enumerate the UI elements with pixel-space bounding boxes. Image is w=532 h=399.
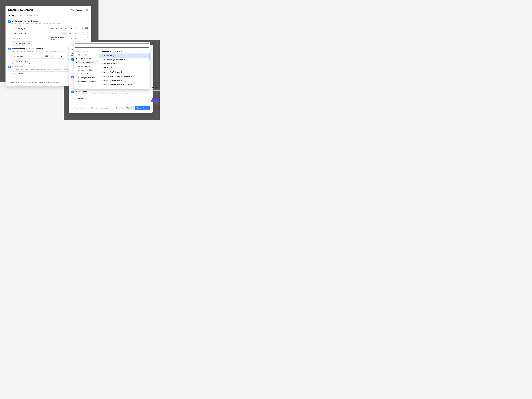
scrollbar-thumb[interactable] xyxy=(149,52,150,60)
matches-count: 279 Matches xyxy=(79,37,88,40)
tab-mutual-funds[interactable]: Mutual Funds xyxy=(26,13,38,18)
flame-icon xyxy=(124,59,125,60)
add-filter-criteria-button[interactable]: Add Filter Criteria xyxy=(12,59,29,63)
star-outline-icon[interactable] xyxy=(101,79,103,81)
chevron-down-icon xyxy=(76,70,77,70)
criteria-category-list: MY SCREEN CRITERIA SYSTEM COLUMNS Saved … xyxy=(74,49,99,89)
person-icon xyxy=(78,77,80,79)
mini-line-sparkline xyxy=(152,102,159,104)
see-all-templates-link[interactable]: ee all tem xyxy=(152,87,159,88)
criteria-item[interactable]: 52-Week Low, Adjusted xyxy=(99,66,150,70)
category-market-data[interactable]: Market Data xyxy=(74,64,99,68)
tab-stocks[interactable]: St xyxy=(71,51,73,56)
list-heading: MY SCREEN CRITERIA xyxy=(74,50,99,53)
close-icon[interactable] xyxy=(86,9,88,11)
select-value: United States and Canada xyxy=(50,28,67,29)
star-icon xyxy=(76,58,77,59)
step-badge: 1 xyxy=(71,58,74,61)
lightbulb-icon xyxy=(8,81,10,83)
chevron-down-icon xyxy=(76,77,77,78)
primary-security-no[interactable]: No xyxy=(67,32,72,35)
step-badge: 1 xyxy=(8,20,11,23)
info-note: Please note that only top 2000 results a… xyxy=(71,107,124,109)
svg-point-4 xyxy=(78,81,79,82)
tab-etfs[interactable]: ETFs xyxy=(18,13,22,18)
svg-point-3 xyxy=(79,77,79,78)
flame-icon xyxy=(124,67,125,69)
criteria-item[interactable]: Below 52-Week High %, Adjusted xyxy=(99,82,150,86)
category-saved-favorites[interactable]: Saved Favorites xyxy=(74,57,99,60)
criteria-search-input[interactable] xyxy=(79,44,147,46)
star-outline-icon[interactable] xyxy=(101,55,103,57)
plus-icon xyxy=(14,60,15,62)
plus-icon xyxy=(14,43,15,44)
criteria-item[interactable]: 52-Week Low xyxy=(99,62,150,66)
step-badge: 3 xyxy=(71,90,74,93)
matches-count: 13,653 Matches xyxy=(79,32,88,35)
criteria-search[interactable] xyxy=(75,43,149,48)
search-icon xyxy=(76,45,78,46)
cancel-button[interactable]: Cancel xyxy=(125,106,134,110)
primary-security-yes[interactable]: Yes xyxy=(61,32,67,35)
criteria-select-trading-region[interactable]: United States and Canada xyxy=(48,26,73,31)
category-asset-specific[interactable]: Asset Specific xyxy=(74,68,99,72)
document-icon xyxy=(78,73,80,75)
criteria-item[interactable]: Above 52-Week Low %, Adjusted xyxy=(99,74,150,78)
criteria-item[interactable]: Below 52-Week High % xyxy=(99,78,150,82)
flame-icon xyxy=(123,80,125,81)
category-popular-selections[interactable]: Popular Selections xyxy=(74,60,99,64)
step-title: Define your universe of securities xyxy=(12,20,88,22)
category-financials[interactable]: Financials xyxy=(74,72,99,76)
divider xyxy=(153,82,160,82)
criteria-select-industry[interactable]: Hotels, Restaurants and Leisure xyxy=(48,36,73,41)
step-badge: 3 xyxy=(8,66,11,68)
tab-stocks[interactable]: Stocks xyxy=(8,13,14,18)
category-analyst-estimates[interactable]: Analyst Estimates xyxy=(74,76,99,80)
category-percentile-ranks[interactable]: Percentile Ranks i xyxy=(74,80,99,83)
criteria-row-primary-security: Primary Security Yes No xyxy=(12,31,78,36)
criteria-item-52-week-high[interactable]: 52-Week High xyxy=(99,53,150,58)
criteria-label: Trading Region xyxy=(13,26,48,31)
result-list-heading: Available Screen Criteria xyxy=(99,49,150,53)
create-screen-button[interactable]: Create Screen xyxy=(135,106,150,110)
barchart-icon xyxy=(78,65,80,67)
flame-icon xyxy=(116,63,117,64)
security-type-tabs: Stocks ETFs Mutual Funds xyxy=(8,13,88,18)
criteria-row-industry: Industry Hotels, Restaurants and Leisure xyxy=(12,36,78,41)
criteria-label: Industry xyxy=(13,36,48,41)
star-outline-icon[interactable] xyxy=(101,59,103,61)
swap-icon xyxy=(78,69,80,71)
remove-criteria-button[interactable] xyxy=(73,38,78,39)
step-badge: 2 xyxy=(8,48,11,50)
star-outline-icon[interactable] xyxy=(101,75,103,77)
remove-criteria-button[interactable] xyxy=(73,28,78,29)
criteria-label: Primary Security xyxy=(13,31,61,36)
flame-icon xyxy=(123,71,125,73)
modal-title: Create New Screen xyxy=(8,8,33,12)
info-icon: i xyxy=(95,81,96,82)
flame-icon xyxy=(116,55,118,56)
list-heading: SYSTEM COLUMNS xyxy=(74,53,99,57)
add-universe-criteria-button[interactable]: Add Universe Criteria xyxy=(12,41,32,45)
mini-bar-chart xyxy=(151,96,159,102)
star-outline-icon[interactable] xyxy=(101,71,103,73)
criteria-picker-popover: MY SCREEN CRITERIA SYSTEM COLUMNS Saved … xyxy=(74,42,150,89)
select-value: Hotels, Restaurants and Leisure xyxy=(50,37,71,40)
criteria-label: Market Cap xyxy=(13,54,44,58)
range-toggle-button[interactable] xyxy=(50,54,55,58)
star-outline-icon[interactable] xyxy=(101,83,103,85)
screen-name-input[interactable] xyxy=(76,96,150,101)
criteria-item[interactable]: Above 52-Week Low % xyxy=(99,70,150,74)
flame-icon xyxy=(76,62,77,63)
chevron-down-icon xyxy=(71,38,72,39)
remove-criteria-button[interactable] xyxy=(73,33,78,34)
star-outline-icon[interactable] xyxy=(101,63,103,65)
currency-select[interactable]: USD xyxy=(44,54,50,58)
view-templates-link[interactable]: View Templates xyxy=(71,9,83,11)
step-title: Screen Name xyxy=(76,90,150,92)
criteria-item[interactable]: 52-Week High, Adjusted xyxy=(99,58,150,62)
lightbulb-icon xyxy=(71,107,73,109)
market-cap-value[interactable]: 50.0M xyxy=(55,54,65,58)
star-outline-icon[interactable] xyxy=(101,67,103,69)
chevron-down-icon xyxy=(71,28,72,29)
